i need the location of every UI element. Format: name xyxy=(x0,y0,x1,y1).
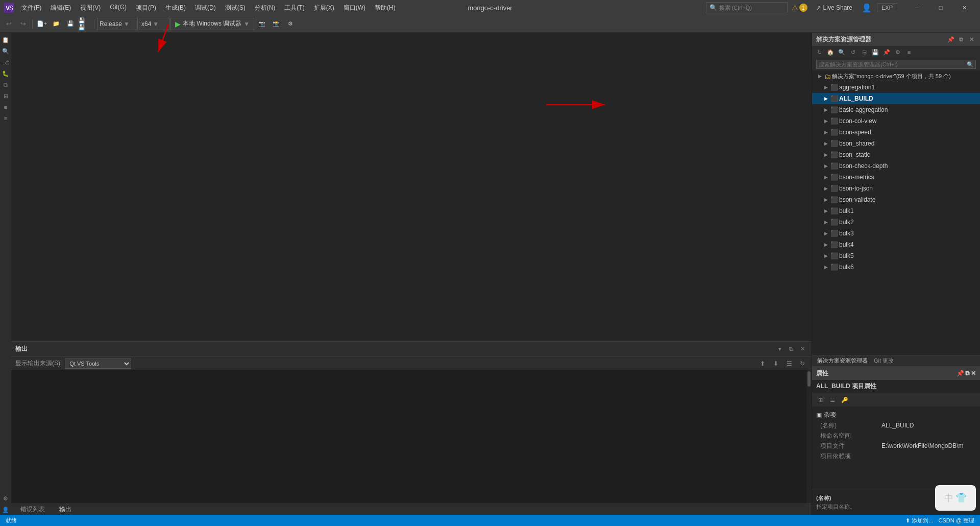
activity-debug[interactable]: 🐛 xyxy=(1,68,11,79)
menu-view[interactable]: 视图(V) xyxy=(76,3,105,13)
output-refresh-button[interactable]: ↻ xyxy=(797,358,807,369)
configuration-dropdown[interactable]: Release ▼ xyxy=(97,18,138,30)
activity-icon-8[interactable]: ≡ xyxy=(1,113,11,124)
tree-item-basic-agg[interactable]: ▶ ⬛ basic-aggregation xyxy=(812,104,980,115)
output-minimize-button[interactable]: ▾ xyxy=(775,344,785,354)
chat-widget[interactable]: 中 👕 xyxy=(935,485,976,511)
tree-item-bson-to-json[interactable]: ▶ ⬛ bson-to-json xyxy=(812,183,980,194)
tree-item-bulk3[interactable]: ▶ ⬛ bulk3 xyxy=(812,228,980,239)
menu-extend[interactable]: 扩展(X) xyxy=(310,3,338,13)
se-pin2-button[interactable]: 📌 xyxy=(881,47,892,57)
prop-close-button[interactable]: ✕ xyxy=(971,370,976,377)
se-sync-button[interactable]: ↻ xyxy=(814,47,824,57)
menu-project[interactable]: 项目(P) xyxy=(132,3,160,13)
output-close-button[interactable]: ✕ xyxy=(797,344,807,354)
undo-button[interactable]: ↩ xyxy=(2,17,15,31)
solution-explorer: 解决方案资源管理器 📌 ⧉ ✕ ↻ 🏠 🔍 ↺ ⊟ 💾 📌 ⚙ ≡ xyxy=(812,33,980,367)
menu-debug[interactable]: 调试(D) xyxy=(191,3,220,13)
output-float-button[interactable]: ⧉ xyxy=(786,344,796,354)
output-list-button[interactable]: ☰ xyxy=(784,358,794,369)
output-down-button[interactable]: ⬇ xyxy=(771,358,781,369)
tree-item-bulk4[interactable]: ▶ ⬛ bulk4 xyxy=(812,239,980,250)
prop-grid-button[interactable]: ⊞ xyxy=(815,395,825,405)
save-button[interactable]: 💾 xyxy=(64,17,77,31)
status-ready[interactable]: 就绪 xyxy=(4,517,18,524)
prop-key-button[interactable]: 🔑 xyxy=(840,395,850,405)
platform-dropdown[interactable]: x64 ▼ xyxy=(139,18,169,30)
camera-button[interactable]: 📸 xyxy=(270,17,283,31)
screenshot-button[interactable]: 📷 xyxy=(255,17,268,31)
menu-build[interactable]: 生成(B) xyxy=(161,3,190,13)
activity-settings[interactable]: ⚙ xyxy=(1,493,11,504)
se-float-button[interactable]: ⧉ xyxy=(957,35,966,44)
tree-item-aggregation1[interactable]: ▶ ⬛ aggregation1 xyxy=(812,82,980,93)
se-filter-button[interactable]: 🔍 xyxy=(837,47,847,57)
tree-item-bson-metrics[interactable]: ▶ ⬛ bson-metrics xyxy=(812,172,980,183)
tree-item-bson-validate[interactable]: ▶ ⬛ bson-validate xyxy=(812,194,980,205)
close-button[interactable]: ✕ xyxy=(952,0,976,15)
tree-item-bulk6[interactable]: ▶ ⬛ bulk6 xyxy=(812,261,980,273)
more-debug-button[interactable]: ⚙ xyxy=(284,17,297,31)
prop-float-button[interactable]: ⧉ xyxy=(965,370,970,377)
tree-item-bson-check[interactable]: ▶ ⬛ bson-check-depth xyxy=(812,160,980,172)
se-tab-git[interactable]: Git 更改 xyxy=(871,357,897,365)
menu-help[interactable]: 帮助(H) xyxy=(371,3,400,13)
tree-item-allbuild[interactable]: ▶ ⬛ ALL_BUILD xyxy=(812,93,980,104)
live-share-button[interactable]: ↗ Live Share xyxy=(812,3,856,13)
output-source-select[interactable]: Qt VS Tools xyxy=(65,358,131,369)
se-search-input[interactable] xyxy=(816,60,976,69)
activity-git[interactable]: ⎇ xyxy=(1,57,11,67)
tree-item-bson-static[interactable]: ▶ ⬛ bson_static xyxy=(812,149,980,160)
se-pin-button[interactable]: 📌 xyxy=(946,35,955,44)
se-close-button[interactable]: ✕ xyxy=(967,35,976,44)
menu-analyze[interactable]: 分析(N) xyxy=(251,3,280,13)
new-file-button[interactable]: 📄+ xyxy=(35,17,48,31)
se-refresh2-button[interactable]: ↺ xyxy=(848,47,858,57)
activity-extensions[interactable]: ⧉ xyxy=(1,80,11,90)
se-save-tree-button[interactable]: 💾 xyxy=(870,47,880,57)
search-box[interactable]: 🔍 搜索 (Ctrl+Q) xyxy=(706,2,788,13)
menu-edit[interactable]: 编辑(E) xyxy=(46,3,75,13)
se-tab-solution[interactable]: 解决方案资源管理器 xyxy=(814,357,871,365)
activity-search[interactable]: 🔍 xyxy=(1,46,11,56)
tree-root[interactable]: ▶ 🗂 解决方案"mongo-c-driver"(59 个项目，共 59 个) xyxy=(812,70,980,82)
menu-git[interactable]: Git(G) xyxy=(106,3,131,13)
save-all-button[interactable]: 💾💾 xyxy=(78,17,91,31)
tree-item-bulk5[interactable]: ▶ ⬛ bulk5 xyxy=(812,250,980,261)
activity-explorer[interactable]: 📋 xyxy=(1,35,11,45)
menu-window[interactable]: 窗口(W) xyxy=(339,3,370,13)
se-home-button[interactable]: 🏠 xyxy=(825,47,836,57)
activity-remote[interactable]: ⊞ xyxy=(1,91,11,101)
prop-pin-button[interactable]: 📌 xyxy=(957,370,964,377)
tree-item-bulk2[interactable]: ▶ ⬛ bulk2 xyxy=(812,217,980,228)
prop-name-name: (名称) xyxy=(820,421,881,430)
tree-item-bson-shared[interactable]: ▶ ⬛ bson_shared xyxy=(812,138,980,149)
se-collapse-button[interactable]: ⊟ xyxy=(859,47,869,57)
output-up-button[interactable]: ⬆ xyxy=(757,358,768,369)
se-more-button[interactable]: ≡ xyxy=(904,47,914,57)
activity-icon-7[interactable]: ≡ xyxy=(1,102,11,112)
tree-item-bulk1[interactable]: ▶ ⬛ bulk1 xyxy=(812,205,980,217)
start-debug-button[interactable]: ▶ 本地 Windows 调试器 ▼ xyxy=(170,18,254,30)
tree-item-bcon-col-view[interactable]: ▶ ⬛ bcon-col-view xyxy=(812,115,980,127)
menu-file[interactable]: 文件(F) xyxy=(17,3,45,13)
user-icon[interactable]: 👤 xyxy=(861,2,873,14)
tab-output[interactable]: 输出 xyxy=(54,503,77,516)
se-props-button[interactable]: ⚙ xyxy=(893,47,903,57)
tree-item-bcon-speed[interactable]: ▶ ⬛ bcon-speed xyxy=(812,127,980,138)
tab-error-list[interactable]: 错误列表 xyxy=(15,503,50,516)
warning-indicator[interactable]: ⚠ 1 xyxy=(792,4,807,12)
activity-account[interactable]: 👤 xyxy=(1,505,11,515)
menu-test[interactable]: 测试(S) xyxy=(221,3,250,13)
maximize-button[interactable]: □ xyxy=(929,0,952,15)
toolbar-separator-1 xyxy=(32,19,33,29)
redo-button[interactable]: ↪ xyxy=(16,17,30,31)
output-scrollbar[interactable] xyxy=(806,370,812,504)
prop-list-button[interactable]: ☰ xyxy=(827,395,838,405)
status-csdn[interactable]: CSDN @ 整理 xyxy=(937,517,976,524)
menu-tools[interactable]: 工具(T) xyxy=(280,3,308,13)
exp-button[interactable]: EXP xyxy=(877,3,897,12)
status-add-label[interactable]: ⬆ 添加到... xyxy=(904,517,935,524)
minimize-button[interactable]: ─ xyxy=(905,0,929,15)
open-file-button[interactable]: 📁 xyxy=(50,17,63,31)
